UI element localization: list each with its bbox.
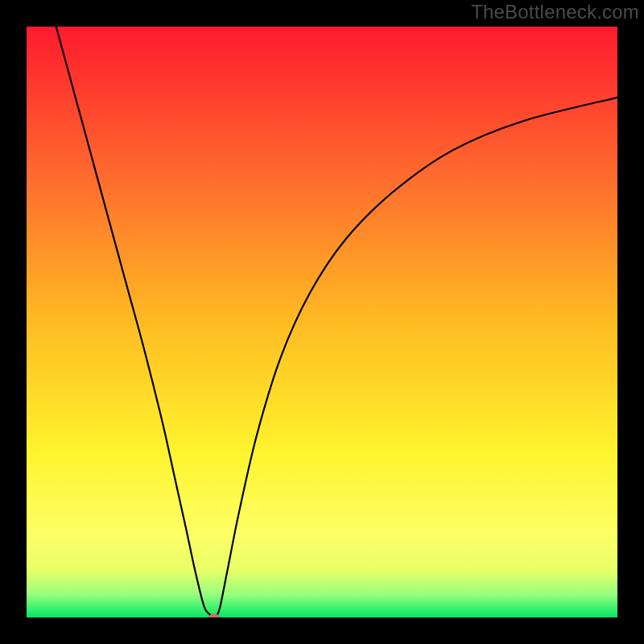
plot-area: [27, 27, 617, 617]
svg-point-1: [208, 613, 220, 617]
chart-frame: [0, 0, 644, 644]
optimum-marker: [207, 613, 221, 617]
bottleneck-curve: [27, 27, 617, 617]
watermark-text: TheBottleneck.com: [471, 1, 639, 23]
